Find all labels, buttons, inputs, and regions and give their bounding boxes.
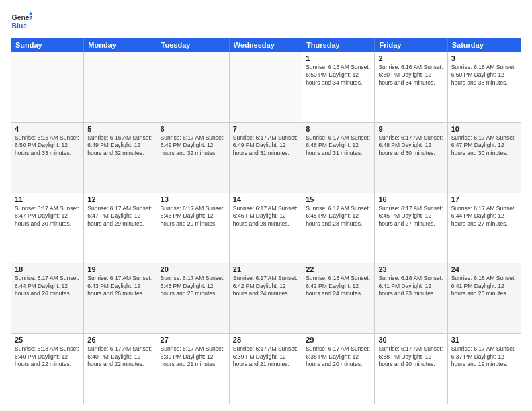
day-number: 18	[15, 265, 80, 273]
calendar-cell: 3Sunrise: 6:16 AM Sunset: 6:50 PM Daylig…	[448, 52, 521, 122]
day-number: 27	[161, 336, 226, 344]
header-cell-monday: Monday	[84, 38, 157, 52]
calendar-cell: 26Sunrise: 6:17 AM Sunset: 6:40 PM Dayli…	[84, 334, 157, 404]
calendar: SundayMondayTuesdayWednesdayThursdayFrid…	[11, 38, 521, 404]
header-cell-thursday: Thursday	[302, 38, 375, 52]
calendar-cell	[84, 52, 157, 122]
calendar-cell	[230, 52, 302, 122]
svg-marker-2	[29, 12, 32, 15]
day-info: Sunrise: 6:17 AM Sunset: 6:46 PM Dayligh…	[233, 205, 298, 228]
header-cell-wednesday: Wednesday	[230, 38, 302, 52]
day-info: Sunrise: 6:17 AM Sunset: 6:39 PM Dayligh…	[233, 345, 298, 368]
day-number: 1	[306, 54, 371, 62]
calendar-cell: 9Sunrise: 6:17 AM Sunset: 6:48 PM Daylig…	[375, 123, 447, 193]
day-info: Sunrise: 6:17 AM Sunset: 6:43 PM Dayligh…	[87, 275, 152, 298]
day-info: Sunrise: 6:17 AM Sunset: 6:44 PM Dayligh…	[451, 205, 517, 228]
day-number: 7	[233, 125, 298, 133]
day-info: Sunrise: 6:17 AM Sunset: 6:48 PM Dayligh…	[306, 134, 371, 157]
day-number: 4	[15, 125, 80, 133]
calendar-cell: 2Sunrise: 6:16 AM Sunset: 6:50 PM Daylig…	[375, 52, 447, 122]
calendar-body: 1Sunrise: 6:16 AM Sunset: 6:50 PM Daylig…	[11, 52, 521, 404]
calendar-cell: 31Sunrise: 6:17 AM Sunset: 6:37 PM Dayli…	[448, 334, 521, 404]
day-info: Sunrise: 6:18 AM Sunset: 6:40 PM Dayligh…	[15, 345, 80, 368]
header-cell-tuesday: Tuesday	[157, 38, 230, 52]
day-info: Sunrise: 6:17 AM Sunset: 6:39 PM Dayligh…	[161, 345, 226, 368]
day-number: 12	[87, 195, 152, 203]
day-number: 19	[87, 265, 152, 273]
day-info: Sunrise: 6:17 AM Sunset: 6:38 PM Dayligh…	[306, 345, 371, 368]
day-info: Sunrise: 6:17 AM Sunset: 6:46 PM Dayligh…	[161, 205, 226, 228]
calendar-cell: 8Sunrise: 6:17 AM Sunset: 6:48 PM Daylig…	[302, 123, 375, 193]
day-info: Sunrise: 6:17 AM Sunset: 6:42 PM Dayligh…	[233, 275, 298, 298]
day-info: Sunrise: 6:17 AM Sunset: 6:49 PM Dayligh…	[233, 134, 298, 157]
calendar-cell: 22Sunrise: 6:18 AM Sunset: 6:42 PM Dayli…	[302, 263, 375, 333]
day-number: 8	[306, 125, 371, 133]
day-number: 22	[306, 265, 371, 273]
day-number: 24	[451, 265, 517, 273]
day-number: 23	[378, 265, 443, 273]
calendar-row-2: 11Sunrise: 6:17 AM Sunset: 6:47 PM Dayli…	[11, 193, 521, 263]
calendar-cell: 19Sunrise: 6:17 AM Sunset: 6:43 PM Dayli…	[84, 263, 157, 333]
day-number: 15	[306, 195, 371, 203]
day-info: Sunrise: 6:16 AM Sunset: 6:50 PM Dayligh…	[15, 134, 80, 157]
calendar-cell: 7Sunrise: 6:17 AM Sunset: 6:49 PM Daylig…	[230, 123, 302, 193]
calendar-cell: 29Sunrise: 6:17 AM Sunset: 6:38 PM Dayli…	[302, 334, 375, 404]
calendar-cell: 28Sunrise: 6:17 AM Sunset: 6:39 PM Dayli…	[230, 334, 302, 404]
day-number: 13	[161, 195, 226, 203]
calendar-cell: 10Sunrise: 6:17 AM Sunset: 6:47 PM Dayli…	[448, 123, 521, 193]
day-info: Sunrise: 6:17 AM Sunset: 6:40 PM Dayligh…	[87, 345, 152, 368]
day-info: Sunrise: 6:17 AM Sunset: 6:38 PM Dayligh…	[378, 345, 443, 368]
header: General Blue	[11, 11, 521, 32]
day-number: 6	[161, 125, 226, 133]
day-number: 20	[161, 265, 226, 273]
day-number: 28	[233, 336, 298, 344]
day-number: 14	[233, 195, 298, 203]
day-info: Sunrise: 6:16 AM Sunset: 6:50 PM Dayligh…	[451, 64, 517, 87]
day-number: 3	[451, 54, 517, 62]
day-number: 31	[451, 336, 517, 344]
day-number: 29	[306, 336, 371, 344]
day-number: 2	[378, 54, 443, 62]
day-number: 10	[451, 125, 517, 133]
svg-text:General: General	[12, 14, 32, 21]
calendar-row-0: 1Sunrise: 6:16 AM Sunset: 6:50 PM Daylig…	[11, 52, 521, 122]
calendar-cell: 30Sunrise: 6:17 AM Sunset: 6:38 PM Dayli…	[375, 334, 447, 404]
day-info: Sunrise: 6:17 AM Sunset: 6:49 PM Dayligh…	[161, 134, 226, 157]
calendar-cell: 17Sunrise: 6:17 AM Sunset: 6:44 PM Dayli…	[448, 193, 521, 263]
day-number: 11	[15, 195, 80, 203]
day-info: Sunrise: 6:17 AM Sunset: 6:45 PM Dayligh…	[306, 205, 371, 228]
calendar-cell: 12Sunrise: 6:17 AM Sunset: 6:47 PM Dayli…	[84, 193, 157, 263]
day-number: 30	[378, 336, 443, 344]
calendar-cell: 27Sunrise: 6:17 AM Sunset: 6:39 PM Dayli…	[157, 334, 230, 404]
day-number: 26	[87, 336, 152, 344]
day-info: Sunrise: 6:17 AM Sunset: 6:45 PM Dayligh…	[378, 205, 443, 228]
logo: General Blue	[11, 11, 32, 32]
day-info: Sunrise: 6:17 AM Sunset: 6:47 PM Dayligh…	[15, 205, 80, 228]
calendar-cell: 25Sunrise: 6:18 AM Sunset: 6:40 PM Dayli…	[11, 334, 84, 404]
calendar-cell: 24Sunrise: 6:18 AM Sunset: 6:41 PM Dayli…	[448, 263, 521, 333]
calendar-cell: 1Sunrise: 6:16 AM Sunset: 6:50 PM Daylig…	[302, 52, 375, 122]
header-cell-sunday: Sunday	[11, 38, 84, 52]
calendar-cell: 13Sunrise: 6:17 AM Sunset: 6:46 PM Dayli…	[157, 193, 230, 263]
day-number: 5	[87, 125, 152, 133]
day-info: Sunrise: 6:17 AM Sunset: 6:44 PM Dayligh…	[15, 275, 80, 298]
calendar-cell: 16Sunrise: 6:17 AM Sunset: 6:45 PM Dayli…	[375, 193, 447, 263]
day-number: 16	[378, 195, 443, 203]
calendar-cell: 21Sunrise: 6:17 AM Sunset: 6:42 PM Dayli…	[230, 263, 302, 333]
day-info: Sunrise: 6:17 AM Sunset: 6:48 PM Dayligh…	[378, 134, 443, 157]
day-info: Sunrise: 6:16 AM Sunset: 6:50 PM Dayligh…	[378, 64, 443, 87]
day-info: Sunrise: 6:18 AM Sunset: 6:41 PM Dayligh…	[378, 275, 443, 298]
calendar-row-1: 4Sunrise: 6:16 AM Sunset: 6:50 PM Daylig…	[11, 122, 521, 193]
calendar-header: SundayMondayTuesdayWednesdayThursdayFrid…	[11, 38, 521, 52]
calendar-cell: 20Sunrise: 6:17 AM Sunset: 6:43 PM Dayli…	[157, 263, 230, 333]
day-number: 9	[378, 125, 443, 133]
page: General Blue SundayMondayTuesdayWednesda…	[0, 0, 532, 411]
logo-icon: General Blue	[11, 11, 32, 32]
day-info: Sunrise: 6:17 AM Sunset: 6:47 PM Dayligh…	[451, 134, 517, 157]
day-number: 17	[451, 195, 517, 203]
day-info: Sunrise: 6:17 AM Sunset: 6:43 PM Dayligh…	[161, 275, 226, 298]
day-info: Sunrise: 6:18 AM Sunset: 6:41 PM Dayligh…	[451, 275, 517, 298]
day-number: 25	[15, 336, 80, 344]
header-cell-saturday: Saturday	[448, 38, 521, 52]
day-info: Sunrise: 6:17 AM Sunset: 6:47 PM Dayligh…	[87, 205, 152, 228]
